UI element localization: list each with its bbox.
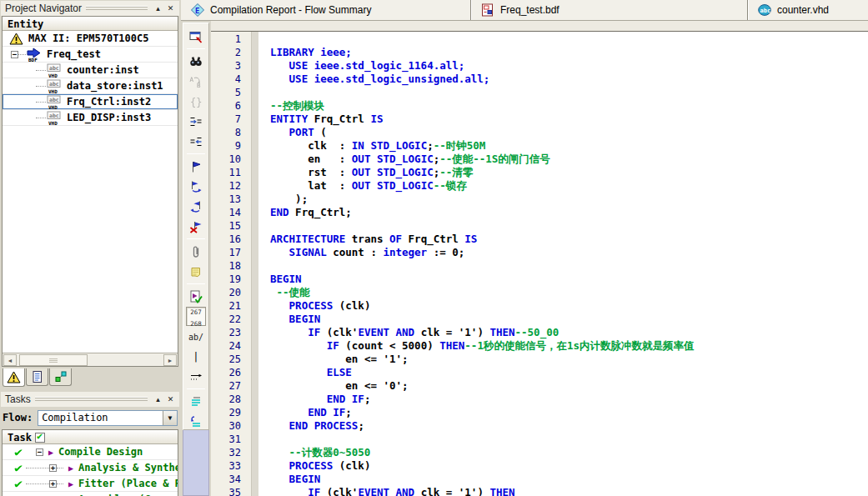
line-number: 1 (211, 33, 246, 46)
code-text: END IF; (258, 393, 868, 406)
navigator-tab-hierarchy[interactable] (3, 368, 25, 387)
collapse-icon[interactable]: ▴ (152, 3, 164, 14)
expand-toggle[interactable]: + (49, 464, 57, 472)
show-tab-stops-button[interactable] (186, 367, 206, 386)
replace-button[interactable]: AB (186, 72, 206, 91)
code-line: 20 --使能 (211, 286, 868, 299)
previous-bookmark-button[interactable] (186, 197, 206, 216)
match-braces-button[interactable]: {} (186, 92, 206, 111)
code-token: ; (358, 419, 364, 432)
toggle-cursor-bar-button[interactable]: | (186, 347, 206, 366)
svg-text:E: E (195, 7, 199, 15)
entity-label: counter:inst (67, 64, 139, 76)
task-table: Task ✔ ✔−▶Compile Design✔+▶Analysis & Sy… (2, 429, 178, 496)
tab-compilation-report[interactable]: E Compilation Report - Flow Summary (181, 0, 471, 20)
code-line: 26− ELSE (211, 366, 868, 379)
grip-handle[interactable] (35, 397, 148, 403)
task-row[interactable]: ✔+▶Fitter (Place & Ro (3, 476, 178, 492)
entity-item[interactable]: abcVHDcounter:inst (3, 63, 178, 78)
code-token: lat : (270, 179, 352, 192)
expand-toggle[interactable]: + (49, 480, 57, 488)
expand-toggle[interactable]: − (11, 51, 18, 58)
increase-indent-button[interactable] (186, 112, 206, 131)
navigator-tab-design-units[interactable] (49, 368, 72, 386)
task-header-checkbox-icon[interactable]: ✔ (35, 433, 45, 443)
toggle-line-numbers-button[interactable]: 267268 (186, 307, 206, 326)
code-token: USE ieee.std_logic_unsigned.all; (270, 73, 489, 85)
insert-template-button[interactable] (186, 262, 206, 281)
task-row[interactable]: ✔+▶Assembler (Generat (3, 492, 178, 496)
entity-item[interactable]: MAX II: EPM570T100C5 (3, 31, 178, 47)
scroll-left-icon[interactable]: ◄ (3, 354, 17, 366)
horizontal-scrollbar[interactable]: ◄ ► (3, 353, 178, 366)
code-token: END PROCESS (289, 419, 359, 432)
entity-column-header[interactable]: Entity (3, 17, 178, 31)
toggle-bookmark-button[interactable] (186, 157, 206, 176)
scrollbar-thumb[interactable] (19, 354, 88, 366)
flow-dropdown[interactable]: Compilation ▼ (38, 410, 178, 426)
code-token: (clk) (333, 459, 370, 472)
fold-margin-cell (246, 139, 258, 153)
entity-item[interactable]: abcVHDFrq_Ctrl:inst2 (3, 94, 178, 110)
scroll-right-icon[interactable]: ► (163, 354, 177, 366)
entity-item[interactable]: abcVHDdata_store:inst1 (3, 78, 178, 94)
code-token (270, 326, 308, 338)
fold-margin-cell (246, 59, 258, 73)
code-token (270, 473, 289, 485)
task-column-header[interactable]: Task ✔ (3, 430, 178, 444)
navigator-tab-files[interactable] (26, 368, 48, 386)
tab-counter-vhd[interactable]: abc counter.vhd (748, 0, 868, 20)
code-text: --控制模块 (258, 99, 868, 113)
entity-item[interactable]: abcVHDLED_DISP:inst3 (3, 110, 178, 126)
code-line: 3 USE ieee.std_logic_1164.all; (211, 59, 868, 73)
code-token: PROCESS (289, 459, 334, 472)
tasks-titlebar[interactable]: Tasks ▴ ✕ (1, 392, 179, 407)
expand-toggle[interactable]: − (36, 448, 43, 456)
dotarrow-icon (189, 370, 203, 383)
line-number: 14 (211, 206, 246, 219)
collapse-icon[interactable]: ▴ (152, 393, 164, 405)
find-button[interactable] (186, 52, 206, 71)
task-status-check-icon[interactable]: ✔ (9, 493, 28, 496)
task-row[interactable]: ✔+▶Analysis & Synthes (3, 460, 178, 476)
syntax-coloring-button[interactable]: ab/ (186, 327, 206, 346)
tree-connector (36, 102, 46, 103)
chevron-down-icon[interactable]: ▼ (163, 411, 177, 425)
next-bookmark-button[interactable] (186, 177, 206, 196)
task-row[interactable]: ✔−▶Compile Design (3, 444, 178, 460)
tab-freq-test-bdf[interactable]: Freq_test.bdf (471, 0, 748, 20)
fold-margin-cell (246, 406, 258, 419)
fold-margin-cell (246, 33, 258, 46)
analyze-current-file-button[interactable] (186, 287, 206, 306)
fold-margin-cell (246, 166, 258, 179)
panel-title: Project Navigator (3, 3, 82, 14)
locate-in-design-button[interactable] (186, 27, 206, 46)
text-editor[interactable]: 12LIBRARY ieee;3 USE ieee.std_logic_1164… (211, 21, 868, 496)
task-status-check-icon[interactable]: ✔ (9, 445, 28, 458)
warning-icon (9, 33, 23, 45)
entity-item[interactable]: −BDFFreq_test (3, 47, 178, 63)
project-navigator-titlebar[interactable]: Project Navigator ▴ ✕ (1, 1, 179, 16)
task-status-check-icon[interactable]: ✔ (9, 477, 28, 490)
uncomment-selection-button[interactable] (186, 412, 206, 431)
comment-selection-button[interactable] (186, 392, 206, 411)
code-text: USE ieee.std_logic_unsigned.all; (258, 73, 868, 86)
line-number: 22 (211, 313, 246, 326)
code-token: BEGIN (289, 473, 321, 485)
decrease-indent-button[interactable] (186, 132, 206, 151)
task-status-check-icon[interactable]: ✔ (9, 461, 28, 474)
grip-handle[interactable] (86, 6, 148, 12)
close-icon[interactable]: ✕ (164, 393, 177, 405)
code-text: −ARCHITECTURE trans OF Frq_Ctrl IS (258, 233, 868, 246)
code-text: END PROCESS; (258, 419, 868, 433)
fold-margin-cell (246, 339, 258, 353)
code-token: rst : (270, 166, 352, 178)
svg-text:VHD: VHD (48, 103, 58, 109)
line-number: 3 (211, 59, 246, 73)
close-icon[interactable]: ✕ (164, 3, 177, 14)
attach-file-button[interactable] (186, 242, 206, 261)
code-area[interactable]: 12LIBRARY ieee;3 USE ieee.std_logic_1164… (211, 31, 868, 496)
line-number: 13 (211, 193, 246, 206)
clear-bookmarks-button[interactable] (186, 217, 206, 236)
code-token: AND (396, 486, 415, 496)
